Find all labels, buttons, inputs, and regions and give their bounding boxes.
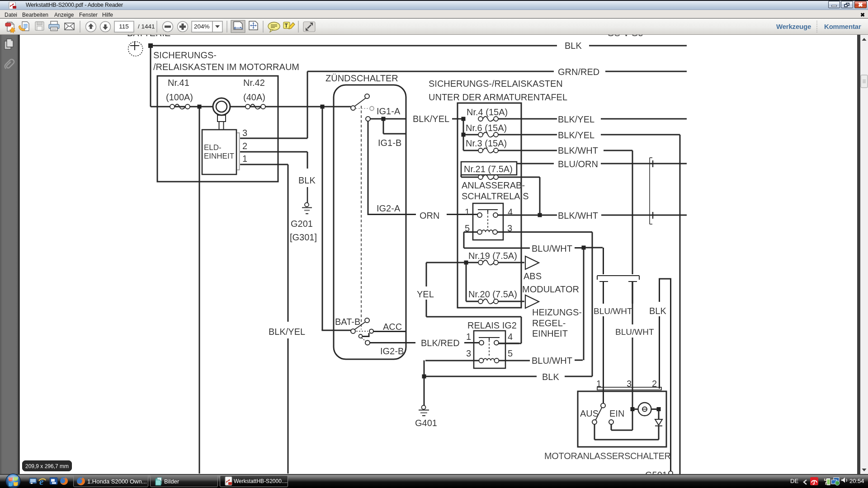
svg-text:BLK/WHT: BLK/WHT (558, 211, 598, 221)
svg-text:/RELAISKASTEN IM MOTORRAUM: /RELAISKASTEN IM MOTORRAUM (153, 62, 299, 72)
svg-text:ORN: ORN (420, 211, 439, 221)
svg-text:BLU/WHT: BLU/WHT (532, 244, 572, 253)
svg-text:ELD-: ELD- (204, 143, 222, 152)
svg-text:BLK/YEL: BLK/YEL (413, 114, 449, 124)
svg-text:Nr.20 (7.5A): Nr.20 (7.5A) (468, 289, 517, 299)
svg-text:2: 2 (242, 141, 247, 151)
svg-text:REGEL-: REGEL- (532, 318, 566, 328)
svg-text:(40A): (40A) (243, 92, 265, 102)
svg-text:IG2-A: IG2-A (377, 203, 401, 213)
svg-text:BLK: BLK (649, 306, 666, 316)
svg-text:Nr.21 (7.5A): Nr.21 (7.5A) (464, 164, 513, 174)
svg-text:ANLASSERAB-: ANLASSERAB- (462, 180, 525, 190)
svg-text:Nr.19 (7.5A): Nr.19 (7.5A) (468, 251, 517, 261)
svg-text:BLK/YEL: BLK/YEL (558, 114, 594, 124)
svg-text:BLK/YEL: BLK/YEL (269, 327, 305, 337)
svg-text:SCHALTRELAIS: SCHALTRELAIS (462, 191, 529, 201)
svg-text:Nr.41: Nr.41 (168, 78, 189, 88)
svg-text:SICHERUNGS-: SICHERUNGS- (153, 50, 217, 60)
svg-text:Nr.42: Nr.42 (243, 78, 265, 88)
svg-text:Werkzeuge: Werkzeuge (776, 23, 811, 30)
svg-text:5: 5 (465, 223, 470, 233)
svg-text:BLK/RED: BLK/RED (421, 338, 460, 348)
svg-text:BLK/YEL: BLK/YEL (558, 130, 594, 140)
svg-text:ZÜNDSCHALTER: ZÜNDSCHALTER (326, 73, 398, 83)
svg-text:GRN/RED: GRN/RED (558, 67, 599, 77)
svg-text:1: 1 (242, 154, 247, 164)
svg-text:1: 1 (465, 207, 470, 217)
svg-text:IG1-A: IG1-A (377, 106, 401, 116)
svg-text:(100A): (100A) (166, 92, 193, 102)
svg-text:2: 2 (652, 379, 657, 389)
svg-text:BLU/WHT: BLU/WHT (532, 356, 572, 366)
svg-text:115: 115 (119, 23, 129, 30)
svg-text:3: 3 (242, 128, 247, 138)
svg-text:SICHERUNGS-/RELAISKASTEN: SICHERUNGS-/RELAISKASTEN (429, 79, 563, 89)
svg-text:G401: G401 (415, 418, 437, 428)
svg-text:IG2-B: IG2-B (380, 346, 404, 356)
svg-text:/ 1441: / 1441 (138, 23, 155, 30)
svg-text:3: 3 (507, 223, 512, 233)
svg-text:20:54: 20:54 (849, 478, 864, 484)
svg-text:BLK: BLK (298, 175, 316, 185)
svg-text:EINHEIT: EINHEIT (532, 328, 568, 338)
svg-text:ABS: ABS (524, 271, 542, 281)
svg-text:1: 1 (466, 332, 471, 342)
svg-text:Nr.4 (15A): Nr.4 (15A) (467, 107, 508, 117)
svg-text:e: e (39, 476, 43, 487)
svg-text:MODULATOR: MODULATOR (522, 284, 579, 294)
svg-text:BLU/ORN: BLU/ORN (558, 159, 598, 169)
svg-text:3: 3 (466, 348, 471, 358)
svg-text:EINHEIT: EINHEIT (204, 152, 234, 160)
svg-text:BLK/WHT: BLK/WHT (558, 145, 598, 155)
svg-text:BLK: BLK (565, 41, 582, 51)
svg-text:Kommentar: Kommentar (824, 23, 861, 30)
svg-text:DE: DE (790, 478, 798, 484)
svg-text:IG1-B: IG1-B (378, 138, 401, 148)
svg-text:BLU/WHT: BLU/WHT (615, 327, 654, 337)
svg-text:T: T (285, 23, 288, 29)
svg-text:AUS: AUS (580, 408, 599, 418)
svg-text:204%: 204% (194, 23, 210, 30)
svg-text:4: 4 (508, 207, 513, 217)
svg-text:Nr.3 (15A): Nr.3 (15A) (466, 138, 507, 148)
svg-text:ACC: ACC (383, 322, 402, 332)
svg-text:3: 3 (627, 379, 632, 389)
svg-text:WerkstattHB-S2000.pdf - Adobe: WerkstattHB-S2000.pdf - Adobe Reader (26, 2, 123, 8)
svg-text:BLK: BLK (542, 372, 559, 382)
svg-text:UNTER DER ARMATURENTAFEL: UNTER DER ARMATURENTAFEL (429, 92, 567, 102)
svg-text:MOTORANLASSERSCHALTER: MOTORANLASSERSCHALTER (544, 451, 671, 461)
svg-text:BAT-B: BAT-B (335, 317, 360, 327)
svg-text:Nr.6 (15A): Nr.6 (15A) (466, 123, 507, 133)
svg-text:5: 5 (508, 348, 513, 358)
svg-text:BLU/WHT: BLU/WHT (594, 306, 632, 316)
svg-text:HEIZUNGS-: HEIZUNGS- (532, 307, 582, 317)
svg-text:YEL: YEL (417, 289, 434, 299)
svg-text:RELAIS IG2: RELAIS IG2 (467, 320, 517, 330)
svg-text:[G301]: [G301] (290, 232, 317, 242)
svg-text:G201: G201 (291, 219, 313, 229)
svg-text:1: 1 (596, 379, 601, 389)
svg-text:EIN: EIN (609, 408, 624, 418)
svg-text:4: 4 (508, 332, 513, 342)
